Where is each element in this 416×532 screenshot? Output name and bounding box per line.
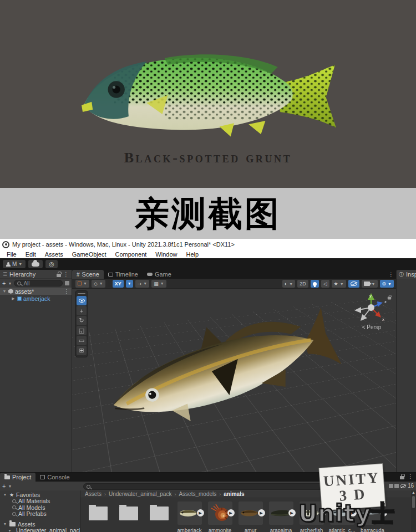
hierarchy-row-scene[interactable]: ▼ assets* ⋮ [0,288,72,295]
scene-visibility-button[interactable] [348,280,359,288]
foldout-open-icon[interactable]: ▼ [2,289,7,293]
scene-panel: # Scene Timeline Game ⋮ ▼ ◇▼ XY [72,270,396,472]
grid-visual-button[interactable]: ▦▼ [151,280,166,288]
amberjack-model[interactable] [101,305,345,441]
2d-toggle-button[interactable]: 2D [297,280,308,288]
shading-mode-button[interactable]: ◐▼ [282,280,295,288]
asset-folder-textures[interactable]: Textures [145,502,173,532]
lighting-toggle-button[interactable] [311,280,319,288]
account-button[interactable]: M ▼ [3,260,26,268]
play-icon[interactable]: ▶ [227,509,235,516]
tree-assets[interactable]: ▼ Assets [0,521,80,528]
label-icon [394,484,399,488]
play-icon[interactable]: ▶ [258,509,265,516]
favorites-root[interactable]: ▼★ Favorites [0,492,80,498]
add-button[interactable]: + [2,483,6,489]
folder-icon [150,507,169,520]
grid-snap-button[interactable]: XY [113,280,124,288]
hidden-count-badge[interactable]: 16 [389,483,414,489]
tab-console[interactable]: Console [35,473,74,482]
menu-window[interactable]: Window [151,251,181,258]
menu-file[interactable]: File [2,251,21,258]
crumb-models[interactable]: Assets_models [179,491,216,497]
asset-model-amberjack[interactable]: ▶ amberjack [175,502,204,532]
crumb-animals[interactable]: animals [224,491,244,497]
chevron-down-icon[interactable]: ▼ [8,484,12,488]
hierarchy-row-amberjack[interactable]: ▶ amberjack [0,295,72,302]
grid-snap-dropdown[interactable]: ▼ [126,280,133,288]
hierarchy-tab[interactable]: ☰ Hierarchy ⋮ [0,270,72,279]
speaker-icon: ◁ [323,281,327,287]
menu-edit[interactable]: Edit [21,251,40,258]
audio-toggle-button[interactable]: ◁ [321,280,329,288]
kebab-menu-icon[interactable]: ⋮ [64,289,72,294]
2d-label: 2D [300,281,306,287]
increment-snap-button[interactable]: ⇢▼ [135,280,149,288]
crumb-pack[interactable]: Underwater_animal_pack [109,491,171,497]
pivot-icon [78,282,82,285]
tree-underwater-pack[interactable]: ▼ Underwater_animal_pack [0,528,80,532]
play-icon[interactable]: ▶ [197,509,204,516]
light-bulb-icon [313,282,317,286]
menu-help[interactable]: Help [181,251,203,258]
scene-viewport[interactable]: + ↻ ◱ ▭ ⊞ y z x [72,289,396,472]
kebab-menu-icon[interactable]: ⋮ [388,272,396,279]
play-icon[interactable]: ▶ [288,509,296,516]
tool-handle-rotation-button[interactable]: ◇▼ [92,280,105,288]
transform-tool-button[interactable]: ⊞ [77,346,87,355]
eye-slash-icon [400,484,406,488]
tab-game[interactable]: Game [143,270,176,279]
effects-toggle-button[interactable]: ★▼ [332,280,346,288]
crumb-assets[interactable]: Assets [85,491,102,497]
search-icon [17,282,21,285]
rotate-tool-button[interactable]: ↻ [77,316,87,325]
gizmos-button[interactable]: ⊕▼ [380,280,394,288]
asset-model-arapaima[interactable]: ▶ arapaima [267,502,295,532]
lock-icon[interactable] [400,476,404,479]
menu-assets[interactable]: Assets [40,251,68,258]
view-tool-button[interactable] [77,296,87,305]
project-search-input[interactable] [93,484,349,490]
search-everywhere-button[interactable]: ◎ [45,260,58,268]
add-button[interactable]: + [2,280,6,287]
project-search[interactable] [83,483,352,490]
menu-component[interactable]: Component [110,251,151,258]
kebab-menu-icon[interactable]: ⋮ [63,272,69,277]
lock-icon[interactable] [57,274,61,277]
scale-tool-button[interactable]: ◱ [77,326,87,335]
favorite-all-prefabs[interactable]: All Prefabs [0,511,80,518]
tab-console-label: Console [47,474,69,480]
camera-settings-button[interactable]: ▼ [362,280,378,288]
asset-folder-scenes[interactable]: Scenes [114,502,143,532]
cloud-button[interactable] [28,260,43,268]
perspective-label[interactable]: < Persp [348,324,395,330]
scene-picker-icon[interactable] [65,281,69,285]
favorite-all-models[interactable]: All Models [0,504,80,511]
inspector-panel: ⓘ Insp [396,270,416,472]
asset-model-ammonite[interactable]: ▶ ammonite [206,502,234,532]
favorite-all-materials[interactable]: All Materials [0,498,80,505]
search-icon [12,505,16,509]
hierarchy-search-input[interactable] [23,280,59,287]
rect-tool-button[interactable]: ▭ [77,336,87,345]
tab-scene[interactable]: # Scene [72,270,104,279]
folder-icon [119,507,138,520]
orientation-gizmo[interactable]: y z x [352,292,392,324]
menu-gameobject[interactable]: GameObject [68,251,111,258]
tab-timeline[interactable]: Timeline [104,270,143,279]
tab-inspector[interactable]: ⓘ Insp [397,270,416,279]
tab-project[interactable]: Project [0,473,35,482]
overlay-drag-handle[interactable] [78,293,85,294]
foldout-closed-icon[interactable]: ▶ [11,296,16,301]
hierarchy-search[interactable] [14,280,63,287]
timeline-icon [108,273,113,277]
asset-model-amur[interactable]: ▶ amur [236,502,265,532]
gizmo-lock-icon[interactable] [388,297,391,300]
asset-folder-materials[interactable]: Materials [84,502,112,532]
kebab-menu-icon[interactable]: ⋮ [408,474,413,479]
scene-asset-icon [8,289,13,294]
scroll-up-icon[interactable]: ▲ [411,490,416,495]
move-tool-button[interactable]: + [77,306,87,315]
tool-handle-position-button[interactable]: ▼ [75,280,89,288]
chevron-down-icon[interactable]: ▼ [8,282,12,285]
